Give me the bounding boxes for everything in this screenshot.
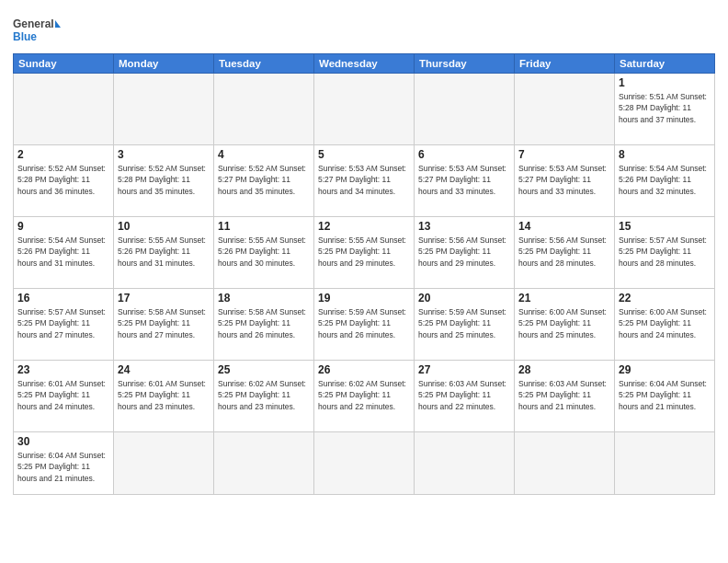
calendar-table: SundayMondayTuesdayWednesdayThursdayFrid… <box>13 53 715 495</box>
page: General Blue SundayMondayTuesdayWednesda… <box>0 0 728 563</box>
day-info: Sunrise: 5:53 AM Sunset: 5:27 PM Dayligh… <box>518 163 610 197</box>
calendar-cell <box>314 432 415 495</box>
day-info: Sunrise: 5:52 AM Sunset: 5:28 PM Dayligh… <box>17 163 109 197</box>
calendar-cell: 3Sunrise: 5:52 AM Sunset: 5:28 PM Daylig… <box>114 145 214 217</box>
header-day-friday: Friday <box>515 54 615 74</box>
svg-text:General: General <box>13 17 54 30</box>
calendar-cell: 18Sunrise: 5:58 AM Sunset: 5:25 PM Dayli… <box>214 289 314 361</box>
day-number: 16 <box>17 292 109 304</box>
svg-text:Blue: Blue <box>13 30 37 43</box>
day-info: Sunrise: 6:02 AM Sunset: 5:25 PM Dayligh… <box>218 378 310 412</box>
calendar-cell: 9Sunrise: 5:54 AM Sunset: 5:26 PM Daylig… <box>14 217 114 289</box>
calendar-cell: 25Sunrise: 6:02 AM Sunset: 5:25 PM Dayli… <box>214 361 314 432</box>
day-info: Sunrise: 5:56 AM Sunset: 5:25 PM Dayligh… <box>518 235 610 269</box>
day-info: Sunrise: 5:55 AM Sunset: 5:26 PM Dayligh… <box>118 235 210 269</box>
calendar-cell: 7Sunrise: 5:53 AM Sunset: 5:27 PM Daylig… <box>515 145 615 217</box>
day-number: 27 <box>418 363 510 376</box>
week-row-6: 30Sunrise: 6:04 AM Sunset: 5:25 PM Dayli… <box>14 432 715 495</box>
calendar-cell <box>114 432 214 495</box>
calendar-cell: 5Sunrise: 5:53 AM Sunset: 5:27 PM Daylig… <box>314 145 415 217</box>
day-info: Sunrise: 6:03 AM Sunset: 5:25 PM Dayligh… <box>518 378 610 412</box>
day-number: 20 <box>418 292 510 304</box>
week-row-3: 9Sunrise: 5:54 AM Sunset: 5:26 PM Daylig… <box>14 217 715 289</box>
calendar-cell: 10Sunrise: 5:55 AM Sunset: 5:26 PM Dayli… <box>114 217 214 289</box>
header: General Blue <box>13 9 715 48</box>
day-number: 4 <box>218 148 310 161</box>
day-info: Sunrise: 5:54 AM Sunset: 5:26 PM Dayligh… <box>619 163 711 197</box>
header-day-wednesday: Wednesday <box>314 54 415 74</box>
calendar-cell: 11Sunrise: 5:55 AM Sunset: 5:26 PM Dayli… <box>214 217 314 289</box>
calendar-cell <box>515 432 615 495</box>
day-info: Sunrise: 5:52 AM Sunset: 5:28 PM Dayligh… <box>118 163 210 197</box>
calendar-cell: 6Sunrise: 5:53 AM Sunset: 5:27 PM Daylig… <box>415 145 515 217</box>
calendar-cell: 2Sunrise: 5:52 AM Sunset: 5:28 PM Daylig… <box>14 145 114 217</box>
day-info: Sunrise: 6:04 AM Sunset: 5:25 PM Dayligh… <box>17 450 109 484</box>
calendar-cell <box>515 74 615 145</box>
header-day-thursday: Thursday <box>415 54 515 74</box>
day-info: Sunrise: 6:00 AM Sunset: 5:25 PM Dayligh… <box>619 306 711 340</box>
day-info: Sunrise: 6:00 AM Sunset: 5:25 PM Dayligh… <box>518 306 610 340</box>
calendar-cell: 8Sunrise: 5:54 AM Sunset: 5:26 PM Daylig… <box>615 145 715 217</box>
day-info: Sunrise: 6:03 AM Sunset: 5:25 PM Dayligh… <box>418 378 510 412</box>
day-number: 10 <box>118 220 210 233</box>
calendar-cell: 4Sunrise: 5:52 AM Sunset: 5:27 PM Daylig… <box>214 145 314 217</box>
day-number: 25 <box>218 363 310 376</box>
day-number: 30 <box>17 435 109 448</box>
day-number: 9 <box>17 220 109 233</box>
calendar-header-row: SundayMondayTuesdayWednesdayThursdayFrid… <box>14 54 715 74</box>
day-info: Sunrise: 5:53 AM Sunset: 5:27 PM Dayligh… <box>418 163 510 197</box>
calendar-cell <box>415 74 515 145</box>
day-number: 12 <box>318 220 410 233</box>
calendar-cell: 14Sunrise: 5:56 AM Sunset: 5:25 PM Dayli… <box>515 217 615 289</box>
calendar-cell: 28Sunrise: 6:03 AM Sunset: 5:25 PM Dayli… <box>515 361 615 432</box>
day-number: 8 <box>619 148 711 161</box>
day-info: Sunrise: 5:59 AM Sunset: 5:25 PM Dayligh… <box>418 306 510 340</box>
header-day-sunday: Sunday <box>14 54 114 74</box>
calendar-cell: 17Sunrise: 5:58 AM Sunset: 5:25 PM Dayli… <box>114 289 214 361</box>
week-row-4: 16Sunrise: 5:57 AM Sunset: 5:25 PM Dayli… <box>14 289 715 361</box>
day-number: 28 <box>518 363 610 376</box>
day-info: Sunrise: 5:54 AM Sunset: 5:26 PM Dayligh… <box>17 235 109 269</box>
day-info: Sunrise: 6:02 AM Sunset: 5:25 PM Dayligh… <box>318 378 410 412</box>
calendar-cell: 19Sunrise: 5:59 AM Sunset: 5:25 PM Dayli… <box>314 289 415 361</box>
day-info: Sunrise: 6:01 AM Sunset: 5:25 PM Dayligh… <box>118 378 210 412</box>
calendar-cell: 13Sunrise: 5:56 AM Sunset: 5:25 PM Dayli… <box>415 217 515 289</box>
day-info: Sunrise: 5:57 AM Sunset: 5:25 PM Dayligh… <box>17 306 109 340</box>
day-info: Sunrise: 5:53 AM Sunset: 5:27 PM Dayligh… <box>318 163 410 197</box>
day-number: 5 <box>318 148 410 161</box>
calendar-cell: 20Sunrise: 5:59 AM Sunset: 5:25 PM Dayli… <box>415 289 515 361</box>
day-number: 21 <box>518 292 610 304</box>
calendar-cell: 16Sunrise: 5:57 AM Sunset: 5:25 PM Dayli… <box>14 289 114 361</box>
calendar-cell <box>314 74 415 145</box>
day-number: 22 <box>619 292 711 304</box>
calendar-cell: 26Sunrise: 6:02 AM Sunset: 5:25 PM Dayli… <box>314 361 415 432</box>
day-info: Sunrise: 5:51 AM Sunset: 5:28 PM Dayligh… <box>619 91 711 125</box>
calendar-cell: 27Sunrise: 6:03 AM Sunset: 5:25 PM Dayli… <box>415 361 515 432</box>
day-number: 29 <box>619 363 711 376</box>
day-number: 24 <box>118 363 210 376</box>
day-info: Sunrise: 5:52 AM Sunset: 5:27 PM Dayligh… <box>218 163 310 197</box>
day-info: Sunrise: 6:04 AM Sunset: 5:25 PM Dayligh… <box>619 378 711 412</box>
day-number: 6 <box>418 148 510 161</box>
day-number: 11 <box>218 220 310 233</box>
week-row-1: 1Sunrise: 5:51 AM Sunset: 5:28 PM Daylig… <box>14 74 715 145</box>
day-number: 23 <box>17 363 109 376</box>
calendar-cell: 30Sunrise: 6:04 AM Sunset: 5:25 PM Dayli… <box>14 432 114 495</box>
day-number: 13 <box>418 220 510 233</box>
calendar-cell: 15Sunrise: 5:57 AM Sunset: 5:25 PM Dayli… <box>615 217 715 289</box>
day-number: 15 <box>619 220 711 233</box>
day-number: 26 <box>318 363 410 376</box>
day-number: 3 <box>118 148 210 161</box>
svg-marker-2 <box>55 20 61 28</box>
day-number: 18 <box>218 292 310 304</box>
day-number: 19 <box>318 292 410 304</box>
header-day-tuesday: Tuesday <box>214 54 314 74</box>
calendar-cell <box>214 432 314 495</box>
header-day-monday: Monday <box>114 54 214 74</box>
day-info: Sunrise: 6:01 AM Sunset: 5:25 PM Dayligh… <box>17 378 109 412</box>
day-number: 7 <box>518 148 610 161</box>
day-info: Sunrise: 5:57 AM Sunset: 5:25 PM Dayligh… <box>619 235 711 269</box>
calendar-cell: 23Sunrise: 6:01 AM Sunset: 5:25 PM Dayli… <box>14 361 114 432</box>
calendar-cell <box>415 432 515 495</box>
calendar-cell: 21Sunrise: 6:00 AM Sunset: 5:25 PM Dayli… <box>515 289 615 361</box>
